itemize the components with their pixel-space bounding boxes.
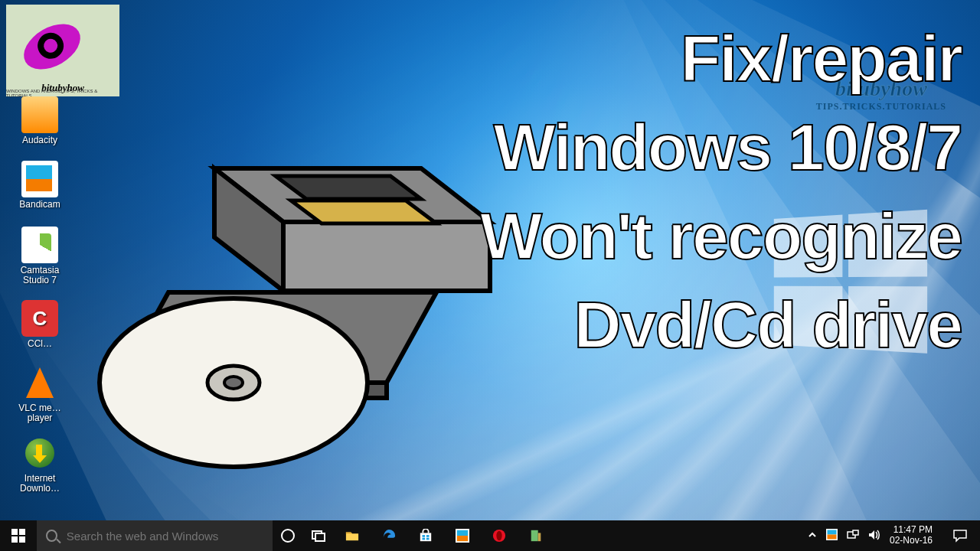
- clock-time: 11:47 PM: [890, 525, 933, 536]
- svg-rect-25: [827, 530, 836, 535]
- taskbar-app-edge[interactable]: [371, 520, 407, 551]
- tray-network[interactable]: [847, 530, 859, 543]
- camtasia-icon: [21, 227, 58, 263]
- desktop-icon-label: Bandicam: [11, 200, 69, 210]
- svg-marker-2: [283, 222, 490, 291]
- taskbar: 11:47 PM 02-Nov-16: [0, 520, 980, 551]
- edge-icon: [382, 529, 396, 543]
- desktop-icon-label: CCl…: [11, 339, 69, 349]
- desktop-icon-ccleaner[interactable]: C CCl…: [11, 300, 69, 349]
- taskbar-app-bandicam[interactable]: [444, 520, 481, 551]
- svg-rect-11: [315, 533, 325, 541]
- svg-rect-28: [853, 530, 858, 535]
- channel-logo: bitubyhow WINDOWS AND ANDROID TIPS, TRIC…: [6, 5, 119, 96]
- unknown-app-icon: [529, 529, 543, 543]
- vlc-icon: [21, 364, 58, 401]
- desktop-icon-camtasia[interactable]: Camtasia Studio 7: [11, 227, 69, 285]
- cortana-button[interactable]: [273, 529, 303, 543]
- overlay-line-2: Windows 10/8/7: [480, 103, 962, 191]
- tray-volume[interactable]: [868, 530, 880, 543]
- tray-show-hidden[interactable]: [808, 530, 817, 542]
- svg-rect-23: [538, 533, 541, 541]
- chevron-up-icon: [808, 530, 817, 540]
- network-icon: [847, 530, 859, 540]
- svg-rect-19: [457, 536, 468, 541]
- svg-point-21: [496, 531, 501, 541]
- svg-rect-16: [426, 538, 430, 540]
- svg-rect-12: [420, 533, 431, 541]
- task-view-icon: [312, 529, 325, 543]
- desktop-icon-vlc[interactable]: VLC me… player: [11, 364, 69, 423]
- thumbnail-text: Fix/repair Windows 10/8/7 Won't recogniz…: [480, 14, 962, 369]
- dvd-drive-icon: [84, 153, 498, 482]
- overlay-line-1: Fix/repair: [480, 14, 962, 103]
- svg-rect-18: [457, 530, 468, 536]
- bandicam-small-icon: [456, 529, 469, 543]
- clock-date: 02-Nov-16: [890, 536, 933, 546]
- svg-rect-26: [827, 535, 836, 540]
- svg-rect-14: [426, 535, 430, 537]
- taskbar-app-opera[interactable]: [481, 520, 518, 551]
- taskbar-app-store[interactable]: [407, 520, 444, 551]
- taskbar-search[interactable]: [37, 520, 273, 551]
- volume-icon: [868, 530, 880, 540]
- taskbar-app-file-explorer[interactable]: [334, 520, 371, 551]
- store-icon: [419, 529, 433, 543]
- desktop-icon-label: Internet Downlo…: [11, 474, 69, 494]
- tray-bandicam[interactable]: [826, 529, 838, 543]
- desktop-icon-idm[interactable]: Internet Downlo…: [11, 435, 69, 494]
- opera-icon: [492, 529, 506, 543]
- overlay-line-3: Won't recognize: [480, 191, 962, 280]
- start-button[interactable]: [0, 520, 37, 551]
- notification-icon: [953, 529, 967, 543]
- svg-rect-13: [423, 535, 426, 537]
- desktop-icon-label: VLC me… player: [11, 403, 69, 423]
- search-input[interactable]: [67, 530, 263, 543]
- taskbar-clock[interactable]: 11:47 PM 02-Nov-16: [890, 525, 936, 546]
- bandicam-tray-icon: [826, 529, 838, 540]
- desktop-icon-label: Camtasia Studio 7: [11, 266, 69, 285]
- cortana-icon: [281, 529, 295, 543]
- search-icon: [46, 530, 57, 542]
- desktop-icon-audacity[interactable]: Audacity: [11, 96, 69, 145]
- system-tray: 11:47 PM 02-Nov-16: [803, 525, 980, 546]
- svg-rect-15: [423, 538, 426, 540]
- audacity-icon: [21, 96, 58, 133]
- taskbar-apps: [334, 520, 554, 551]
- desktop-icon-bandicam[interactable]: Bandicam: [11, 161, 69, 210]
- windows-icon: [11, 529, 25, 543]
- overlay-line-4: Dvd/Cd drive: [480, 280, 962, 369]
- task-view-button[interactable]: [303, 529, 334, 543]
- file-explorer-icon: [345, 529, 359, 543]
- action-center-button[interactable]: [945, 529, 975, 543]
- svg-point-9: [224, 377, 243, 389]
- desktop-icon-label: Audacity: [11, 135, 69, 145]
- ccleaner-icon: C: [21, 300, 58, 337]
- idm-icon: [21, 435, 58, 471]
- bandicam-icon: [21, 161, 58, 197]
- svg-rect-22: [531, 530, 538, 541]
- taskbar-app-unknown[interactable]: [518, 520, 554, 551]
